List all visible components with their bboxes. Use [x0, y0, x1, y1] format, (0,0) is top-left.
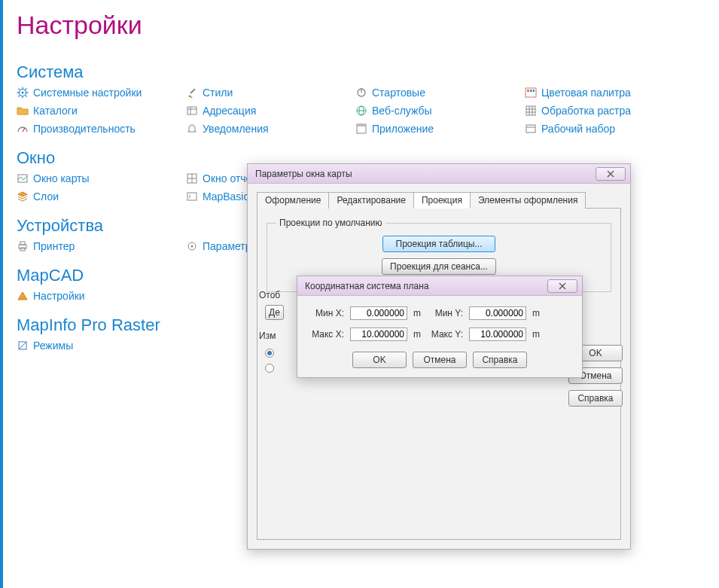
link-performance[interactable]: Производительность — [17, 123, 186, 135]
cutoff-meas-label: Изм — [259, 331, 276, 341]
table-projection-button[interactable]: Проекция таблицы... — [382, 236, 495, 252]
page-title: Настройки — [17, 11, 719, 40]
unit-label: m — [413, 308, 427, 318]
link-styles[interactable]: Стили — [186, 87, 355, 99]
link-label: Приложение — [372, 123, 434, 135]
close-button[interactable] — [547, 279, 577, 293]
link-raster-processing[interactable]: Обработка растра — [525, 105, 694, 117]
link-label: Настройки — [33, 290, 85, 302]
svg-rect-14 — [527, 90, 529, 92]
maxx-input[interactable] — [350, 328, 407, 341]
svg-line-9 — [19, 96, 20, 97]
maxy-label: Макс Y: — [430, 329, 466, 340]
dialog-titlebar[interactable]: Координатная система плана — [297, 276, 582, 296]
dialog-title: Параметры окна карты — [255, 169, 596, 179]
help-button[interactable]: Справка — [568, 390, 623, 407]
link-label: Производительность — [33, 123, 136, 135]
coord-system-dialog: Координатная система плана Мин X: m Мин … — [297, 276, 583, 378]
link-startup[interactable]: Стартовые — [355, 87, 525, 99]
square-icon — [17, 340, 29, 352]
svg-rect-15 — [530, 90, 532, 92]
svg-rect-39 — [20, 242, 25, 245]
svg-rect-16 — [533, 90, 535, 92]
link-color-palette[interactable]: Цветовая палитра — [525, 87, 694, 99]
folder-icon — [17, 105, 29, 117]
palette-icon — [525, 87, 537, 99]
ok-button[interactable]: OK — [352, 352, 407, 368]
svg-rect-10 — [190, 88, 195, 93]
svg-rect-30 — [357, 124, 366, 126]
radio-option-2[interactable] — [265, 364, 274, 373]
maxy-input[interactable] — [469, 328, 526, 341]
minx-input[interactable] — [350, 306, 407, 320]
maxx-label: Макс X: — [311, 329, 347, 340]
link-workspace[interactable]: Рабочий набор — [525, 123, 694, 135]
dialog-titlebar[interactable]: Параметры окна карты — [248, 164, 630, 184]
power-icon — [355, 87, 367, 99]
unit-label: m — [413, 329, 427, 340]
svg-rect-13 — [526, 88, 536, 97]
layers-icon — [17, 190, 29, 203]
group-legend: Проекции по умолчанию — [276, 218, 385, 228]
link-webservices[interactable]: Веб-службы — [355, 105, 525, 117]
section-heading-system: Система — [17, 62, 719, 82]
gauge-icon — [17, 123, 29, 135]
bell-icon — [186, 123, 198, 135]
map-icon — [17, 172, 29, 184]
link-label: Уведомления — [203, 123, 269, 135]
tabstrip: Оформление Редактирование Проекция Элеме… — [257, 191, 621, 209]
coord-grid: Мин X: m Мин Y: m Макс X: m Макс Y: m — [311, 306, 568, 341]
settings-icon — [186, 240, 198, 252]
close-button[interactable] — [596, 167, 626, 181]
dialog-body: Мин X: m Мин Y: m Макс X: m Макс Y: m OK… — [297, 296, 582, 377]
app-icon — [355, 123, 367, 135]
map-pin-icon — [186, 105, 198, 117]
link-addressing[interactable]: Адресация — [186, 105, 355, 117]
link-application[interactable]: Приложение — [355, 123, 525, 135]
miny-label: Мин Y: — [430, 308, 466, 318]
svg-point-42 — [191, 245, 193, 248]
link-system-settings[interactable]: Системные настройки — [17, 87, 186, 99]
svg-line-28 — [23, 128, 25, 132]
link-label: Режимы — [33, 340, 73, 352]
link-label: Окно карты — [33, 172, 90, 184]
grid-icon — [186, 172, 198, 184]
tab-projection[interactable]: Проекция — [413, 192, 471, 209]
link-label: Принтер — [33, 240, 75, 252]
workspace-icon — [525, 123, 537, 135]
link-catalogs[interactable]: Каталоги — [17, 105, 186, 117]
unit-label: m — [532, 329, 546, 340]
cutoff-display-label: Отоб — [259, 290, 280, 300]
link-label: Обработка растра — [541, 105, 631, 117]
printer-icon — [17, 240, 29, 252]
globe-icon — [355, 105, 367, 117]
svg-rect-23 — [526, 106, 535, 115]
help-button[interactable]: Справка — [473, 352, 527, 368]
link-label: MapBasic — [203, 190, 248, 203]
link-label: Каталоги — [33, 105, 78, 117]
link-layers[interactable]: Слои — [17, 190, 186, 203]
svg-point-1 — [22, 92, 24, 94]
cutoff-default-button[interactable]: Де — [265, 305, 284, 320]
miny-input[interactable] — [469, 306, 526, 320]
tab-design[interactable]: Оформление — [257, 192, 329, 209]
tab-editing[interactable]: Редактирование — [328, 192, 413, 209]
cancel-button[interactable]: Отмена — [413, 352, 467, 368]
minx-label: Мин X: — [311, 308, 347, 318]
svg-line-7 — [26, 96, 27, 97]
radio-option-1[interactable] — [265, 349, 274, 358]
left-accent-border — [0, 0, 3, 588]
raster-icon — [525, 105, 537, 117]
link-label: Адресация — [203, 105, 256, 117]
svg-rect-17 — [187, 107, 197, 114]
tab-elements[interactable]: Элементы оформления — [470, 192, 586, 209]
svg-line-8 — [26, 89, 27, 90]
link-notifications[interactable]: Уведомления — [186, 123, 355, 135]
link-map-window[interactable]: Окно карты — [17, 172, 186, 184]
link-label: Веб-службы — [372, 105, 432, 117]
session-projection-button[interactable]: Проекция для сеанса... — [382, 258, 496, 275]
link-printer[interactable]: Принтер — [17, 240, 186, 252]
link-label: Цветовая палитра — [541, 87, 631, 99]
brush-icon — [186, 87, 198, 99]
triangle-icon — [17, 290, 29, 302]
